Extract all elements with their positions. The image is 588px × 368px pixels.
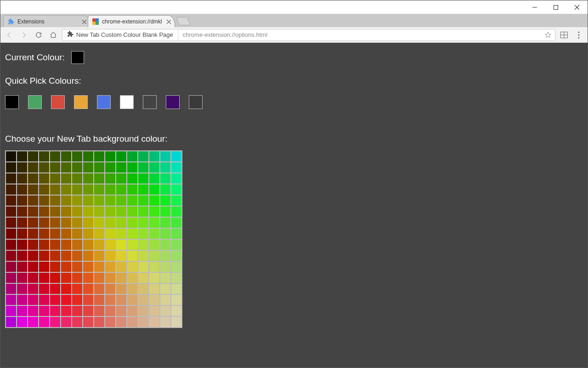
colour-cell[interactable] — [149, 162, 159, 172]
tab-options[interactable]: chrome-extension://dmkl — [88, 15, 175, 27]
colour-cell[interactable] — [72, 273, 82, 283]
colour-cell[interactable] — [83, 173, 93, 184]
colour-cell[interactable] — [94, 295, 104, 305]
colour-cell[interactable] — [61, 240, 71, 250]
colour-cell[interactable] — [105, 251, 115, 261]
colour-cell[interactable] — [50, 184, 60, 195]
colour-cell[interactable] — [6, 240, 16, 250]
colour-cell[interactable] — [17, 262, 27, 272]
colour-cell[interactable] — [50, 218, 60, 228]
colour-cell[interactable] — [6, 273, 16, 283]
colour-cell[interactable] — [138, 218, 148, 228]
colour-cell[interactable] — [83, 317, 93, 327]
close-icon[interactable] — [81, 18, 87, 25]
colour-cell[interactable] — [17, 317, 27, 327]
colour-cell[interactable] — [39, 251, 49, 261]
site-identity-chip[interactable]: New Tab Custom Colour Blank Page — [62, 29, 178, 40]
colour-cell[interactable] — [138, 295, 148, 305]
colour-cell[interactable] — [6, 173, 16, 184]
colour-cell[interactable] — [17, 184, 27, 195]
colour-cell[interactable] — [127, 184, 137, 195]
colour-cell[interactable] — [83, 207, 93, 217]
colour-cell[interactable] — [160, 218, 170, 228]
colour-cell[interactable] — [83, 218, 93, 228]
colour-cell[interactable] — [105, 262, 115, 272]
colour-cell[interactable] — [17, 218, 27, 228]
colour-cell[interactable] — [50, 196, 60, 206]
colour-cell[interactable] — [171, 173, 181, 184]
colour-cell[interactable] — [171, 240, 181, 250]
colour-cell[interactable] — [17, 173, 27, 184]
window-close-button[interactable] — [566, 0, 588, 14]
colour-cell[interactable] — [105, 295, 115, 305]
colour-cell[interactable] — [72, 207, 82, 217]
colour-cell[interactable] — [6, 229, 16, 239]
colour-cell[interactable] — [160, 151, 170, 161]
colour-cell[interactable] — [160, 196, 170, 206]
colour-cell[interactable] — [61, 151, 71, 161]
colour-cell[interactable] — [61, 317, 71, 327]
colour-cell[interactable] — [127, 317, 137, 327]
colour-cell[interactable] — [171, 218, 181, 228]
colour-cell[interactable] — [105, 306, 115, 316]
quick-pick-swatch[interactable] — [97, 95, 111, 109]
colour-cell[interactable] — [28, 218, 38, 228]
colour-cell[interactable] — [116, 251, 126, 261]
colour-cell[interactable] — [83, 229, 93, 239]
colour-cell[interactable] — [160, 295, 170, 305]
colour-cell[interactable] — [39, 173, 49, 184]
colour-cell[interactable] — [171, 151, 181, 161]
colour-cell[interactable] — [105, 151, 115, 161]
colour-cell[interactable] — [127, 151, 137, 161]
colour-cell[interactable] — [28, 317, 38, 327]
quick-pick-swatch[interactable] — [51, 95, 65, 109]
colour-cell[interactable] — [105, 229, 115, 239]
colour-cell[interactable] — [94, 284, 104, 294]
colour-cell[interactable] — [6, 218, 16, 228]
colour-cell[interactable] — [127, 251, 137, 261]
colour-cell[interactable] — [6, 284, 16, 294]
colour-cell[interactable] — [61, 295, 71, 305]
colour-cell[interactable] — [6, 317, 16, 327]
colour-cell[interactable] — [50, 284, 60, 294]
colour-cell[interactable] — [50, 240, 60, 250]
colour-cell[interactable] — [61, 306, 71, 316]
colour-cell[interactable] — [72, 196, 82, 206]
colour-cell[interactable] — [17, 207, 27, 217]
colour-cell[interactable] — [39, 262, 49, 272]
colour-cell[interactable] — [138, 162, 148, 172]
colour-cell[interactable] — [39, 306, 49, 316]
colour-cell[interactable] — [138, 151, 148, 161]
new-tab-button[interactable] — [176, 17, 191, 25]
colour-cell[interactable] — [160, 306, 170, 316]
colour-cell[interactable] — [138, 251, 148, 261]
colour-cell[interactable] — [105, 273, 115, 283]
colour-cell[interactable] — [6, 262, 16, 272]
colour-cell[interactable] — [171, 262, 181, 272]
colour-cell[interactable] — [61, 284, 71, 294]
colour-cell[interactable] — [149, 295, 159, 305]
colour-cell[interactable] — [72, 173, 82, 184]
tab-extensions[interactable]: Extensions — [3, 15, 90, 27]
close-icon[interactable] — [165, 18, 172, 25]
colour-cell[interactable] — [105, 173, 115, 184]
colour-cell[interactable] — [149, 173, 159, 184]
colour-cell[interactable] — [6, 295, 16, 305]
colour-cell[interactable] — [39, 273, 49, 283]
window-minimize-button[interactable] — [524, 0, 545, 14]
colour-cell[interactable] — [28, 229, 38, 239]
colour-cell[interactable] — [72, 151, 82, 161]
colour-cell[interactable] — [138, 262, 148, 272]
colour-cell[interactable] — [17, 240, 27, 250]
colour-cell[interactable] — [28, 173, 38, 184]
colour-cell[interactable] — [28, 151, 38, 161]
colour-cell[interactable] — [6, 162, 16, 172]
colour-cell[interactable] — [50, 151, 60, 161]
colour-cell[interactable] — [94, 240, 104, 250]
colour-cell[interactable] — [39, 240, 49, 250]
colour-cell[interactable] — [116, 162, 126, 172]
bookmark-star-icon[interactable] — [541, 31, 555, 39]
colour-cell[interactable] — [61, 162, 71, 172]
colour-cell[interactable] — [149, 306, 159, 316]
colour-cell[interactable] — [72, 229, 82, 239]
